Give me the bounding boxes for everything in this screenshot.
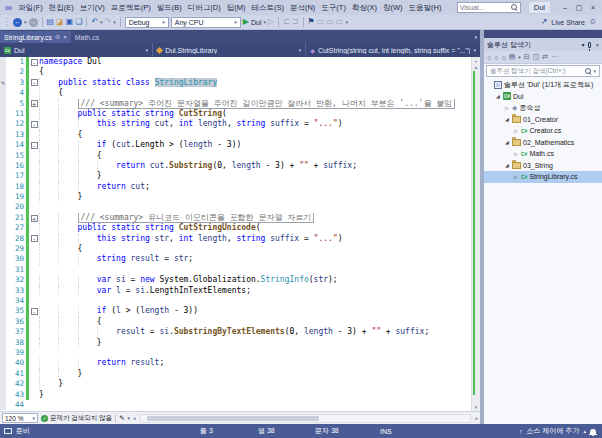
code-editor[interactable]: 1-namespace Dul2{✎3-public static class … (0, 57, 480, 411)
code-line-19[interactable]: 19} (0, 192, 471, 202)
minimize-button[interactable]: – (558, 4, 572, 11)
fullscreen-icon[interactable] (4, 428, 12, 434)
type-dropdown[interactable]: Dul.StringLibrary ▾ (153, 43, 306, 57)
code-line-28[interactable]: 28-this string str, int length, string s… (0, 234, 471, 244)
tree-item-종속성[interactable]: ▷◈종속성 (484, 102, 602, 114)
scrollbar-thumb[interactable] (147, 416, 319, 421)
navigate-forward-button[interactable]: → (29, 18, 38, 27)
toolbar-more-button[interactable]: ⋯ (551, 53, 558, 61)
tree-expander-icon[interactable]: ▷ (513, 128, 519, 134)
fold-toggle-icon[interactable]: - (31, 121, 38, 128)
indent-increase-button[interactable]: ⊐ (292, 18, 299, 26)
member-dropdown[interactable]: ◆ CutString(string cut, int length, stri… (306, 43, 480, 57)
code-line-38[interactable]: 38} (0, 338, 471, 348)
code-line-30[interactable]: 30string result = str; (0, 254, 471, 264)
code-line-36[interactable]: 36{ (0, 317, 471, 327)
menu-item-12[interactable]: 도움말(H) (405, 2, 444, 14)
save-all-button[interactable]: ❏ (75, 18, 82, 26)
redo-button[interactable]: ↷ (105, 18, 112, 26)
pin-icon[interactable] (588, 42, 591, 48)
menu-item-8[interactable]: 분석(N) (287, 2, 318, 14)
scroll-up-icon[interactable]: ▴ (475, 64, 478, 70)
collapsed-region[interactable]: /// <summary> 유니코드 이모티콘을 포함한 문자열 자르기 (78, 213, 315, 223)
sync-with-active-document-button[interactable]: ⇄ (542, 53, 548, 61)
code-line-35[interactable]: 35-if (l > (length - 3)) (0, 306, 471, 316)
back-button[interactable]: ○ (487, 54, 491, 61)
tree-item-StringLibrary.cs[interactable]: ▷C#StringLibrary.cs (484, 171, 602, 183)
code-line-16[interactable]: 16return cut.Substring(0, length - 3) + … (0, 161, 471, 171)
fold-margin[interactable]: - (29, 140, 39, 150)
fold-margin[interactable]: - (29, 78, 39, 88)
switch-views-caret-icon[interactable]: ▾ (518, 54, 521, 60)
menu-item-4[interactable]: 빌드(B) (154, 2, 185, 14)
fold-margin[interactable]: - (29, 306, 39, 316)
quick-launch-search[interactable]: Visual... (457, 2, 521, 13)
bookmark-button[interactable]: ⚑ (308, 18, 315, 26)
bookmark-prev-button[interactable]: ▭ (317, 18, 325, 26)
code-line-12[interactable]: 12-this string cut, int length, string s… (0, 119, 471, 129)
new-file-button[interactable]: ▤ (47, 18, 55, 26)
code-line-42[interactable]: 42} (0, 379, 471, 389)
fold-toggle-icon[interactable]: - (31, 79, 38, 86)
fold-toggle-icon[interactable]: + (31, 100, 38, 107)
menu-item-7[interactable]: 테스트(S) (248, 2, 287, 14)
add-to-source-control-button[interactable]: 소스 제어에 추가 (527, 426, 580, 436)
fold-toggle-icon[interactable]: - (31, 308, 38, 315)
menu-item-10[interactable]: 확장(X) (349, 2, 380, 14)
bookmark-clear-button[interactable]: ▭ (336, 18, 344, 26)
tree-item-01_Creator[interactable]: ◢01_Creator (484, 114, 602, 126)
fold-margin[interactable]: - (29, 234, 39, 244)
save-button[interactable]: ▣ (66, 18, 74, 26)
code-line-34[interactable]: 34 (0, 296, 471, 306)
code-line-37[interactable]: 37result = si.SubstringByTextElements(0,… (0, 327, 471, 337)
tab-list-dropdown-icon[interactable]: ▾ (474, 34, 477, 40)
notifications-bell-icon[interactable] (590, 429, 596, 434)
tree-expander-icon[interactable]: ▷ (504, 105, 510, 111)
scroll-down-icon[interactable]: ▾ (475, 404, 478, 410)
tree-item-Dul[interactable]: ◢C#Dul (484, 91, 602, 103)
close-tab-icon[interactable]: × (63, 34, 67, 40)
fold-toggle-icon[interactable]: - (31, 235, 38, 242)
chevron-down-icon[interactable]: ▾ (593, 68, 596, 74)
forward-button[interactable]: ○ (494, 54, 498, 61)
vertical-scrollbar[interactable]: + ▴ ▾ (471, 57, 480, 411)
code-line-43[interactable]: 43} (0, 390, 471, 400)
scroll-right-icon[interactable]: ▸ (475, 415, 478, 421)
solution-explorer-header[interactable]: 솔루션 탐색기 ▾ × (484, 38, 602, 51)
open-file-button[interactable]: ◪ (56, 18, 64, 26)
code-line-44[interactable]: 44 (0, 400, 471, 410)
code-line-33[interactable]: 33var l = si.LengthInTextElements; (0, 286, 471, 296)
indent-decrease-button[interactable]: ⊏ (283, 18, 290, 26)
code-line-20[interactable]: 20 (0, 202, 471, 212)
bookmark-next-button[interactable]: ▭ (326, 18, 334, 26)
live-share-button[interactable]: Live Share (551, 19, 584, 26)
tab-Math.cs[interactable]: Math.cs (71, 31, 104, 43)
code-line-18[interactable]: 18return cut; (0, 182, 471, 192)
attach-to-process-button[interactable]: ▷ (268, 18, 274, 26)
fold-toggle-icon[interactable]: - (31, 59, 38, 66)
window-position-icon[interactable]: ▾ (581, 41, 584, 48)
tree-expander-icon[interactable]: ◢ (504, 162, 510, 168)
undo-caret-icon[interactable]: ▾ (100, 19, 103, 25)
fold-toggle-icon[interactable]: + (31, 215, 38, 222)
pin-icon[interactable]: ⊙ (55, 34, 60, 40)
menu-item-2[interactable]: 보기(V) (77, 2, 108, 14)
tab-StringLibrary.cs[interactable]: StringLibrary.cs⊙× (0, 31, 71, 43)
project-dropdown[interactable]: C# Dul ▾ (0, 43, 153, 57)
code-line-11[interactable]: 11public static string CutString( (0, 109, 471, 119)
collapsed-region[interactable]: /// <summary> 주어진 문자열을 주어진 길이만큼만 잘라서 반환,… (78, 99, 456, 109)
collapse-all-button[interactable]: ⊟ (524, 53, 530, 61)
menu-item-9[interactable]: 도구(T) (318, 2, 349, 14)
navigate-backward-button[interactable]: ← (13, 18, 22, 27)
menu-item-1[interactable]: 편집(E) (46, 2, 77, 14)
code-cleanup-button[interactable]: ✎ (119, 414, 124, 422)
solution-explorer-search[interactable]: 솔루션 탐색기 검색(Ctrl+;) ▾ (486, 65, 600, 77)
solution-platform-dropdown[interactable]: Any CPU ▾ (171, 17, 241, 28)
insert-mode-indicator[interactable]: INS (380, 424, 392, 438)
code-line-21[interactable]: 21+/// <summary> 유니코드 이모티콘을 포함한 문자열 자르기 (0, 213, 471, 223)
code-line-5[interactable]: 5+/// <summary> 주어진 문자열을 주어진 길이만큼만 잘라서 반… (0, 99, 471, 109)
menu-item-5[interactable]: 디버그(D) (185, 2, 224, 14)
tree-expander-icon[interactable]: ▷ (513, 151, 519, 157)
code-line-14[interactable]: 14-if (cut.Length > (length - 3)) (0, 140, 471, 150)
scroll-left-icon[interactable]: ◂ (133, 415, 136, 421)
